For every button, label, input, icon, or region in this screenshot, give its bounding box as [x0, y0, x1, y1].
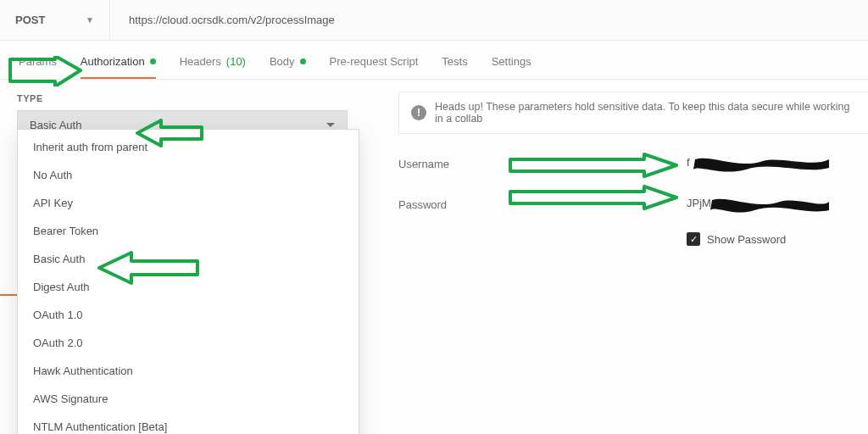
- auth-option[interactable]: Inherit auth from parent: [18, 133, 359, 161]
- tab-tests[interactable]: Tests: [442, 55, 467, 78]
- tab-headers[interactable]: Headers (10): [180, 55, 246, 78]
- username-value-partial: f: [687, 156, 690, 169]
- chevron-down-icon: [326, 123, 335, 127]
- auth-option[interactable]: Hawk Authentication: [18, 357, 359, 385]
- auth-option[interactable]: Bearer Token: [18, 217, 359, 245]
- auth-option[interactable]: Digest Auth: [18, 273, 359, 301]
- checkmark-icon: ✓: [687, 232, 700, 246]
- auth-option[interactable]: API Key: [18, 189, 359, 217]
- auth-type-dropdown: Inherit auth from parentNo AuthAPI KeyBe…: [17, 129, 359, 434]
- dot-icon: [300, 58, 306, 64]
- auth-option[interactable]: No Auth: [18, 161, 359, 189]
- username-label: Username: [398, 158, 500, 170]
- http-method-value: POST: [15, 14, 45, 26]
- auth-option[interactable]: OAuth 2.0: [18, 329, 359, 357]
- notice-text: Heads up! These parameters hold sensitiv…: [435, 101, 856, 125]
- info-icon: !: [411, 105, 426, 120]
- tab-params[interactable]: Params: [19, 55, 57, 78]
- chevron-down-icon: ▼: [86, 15, 94, 25]
- password-value-partial: JPjM: [687, 197, 711, 209]
- tab-settings[interactable]: Settings: [492, 55, 531, 78]
- auth-type-label: TYPE: [17, 93, 348, 103]
- tab-body[interactable]: Body: [270, 55, 306, 78]
- password-input[interactable]: JPjM: [687, 193, 831, 215]
- auth-option[interactable]: NTLM Authentication [Beta]: [18, 413, 359, 434]
- password-label: Password: [398, 198, 500, 211]
- show-password-toggle[interactable]: ✓ Show Password: [687, 232, 868, 246]
- request-url-value: https://cloud.ocrsdk.com/v2/processImage: [129, 14, 335, 26]
- username-input[interactable]: f: [687, 153, 831, 175]
- http-method-select[interactable]: POST ▼: [0, 0, 110, 40]
- tab-prerequest-script[interactable]: Pre-request Script: [330, 55, 419, 78]
- request-tabs: Params Authorization Headers (10) Body P…: [0, 41, 868, 80]
- request-url-input[interactable]: https://cloud.ocrsdk.com/v2/processImage: [110, 0, 868, 40]
- tab-authorization[interactable]: Authorization: [81, 55, 156, 78]
- dot-icon: [150, 58, 156, 64]
- auth-option[interactable]: Basic Auth: [18, 245, 359, 273]
- auth-option[interactable]: OAuth 1.0: [18, 301, 359, 329]
- sensitive-data-notice: ! Heads up! These parameters hold sensit…: [398, 92, 868, 134]
- show-password-label: Show Password: [707, 233, 786, 246]
- auth-option[interactable]: AWS Signature: [18, 385, 359, 413]
